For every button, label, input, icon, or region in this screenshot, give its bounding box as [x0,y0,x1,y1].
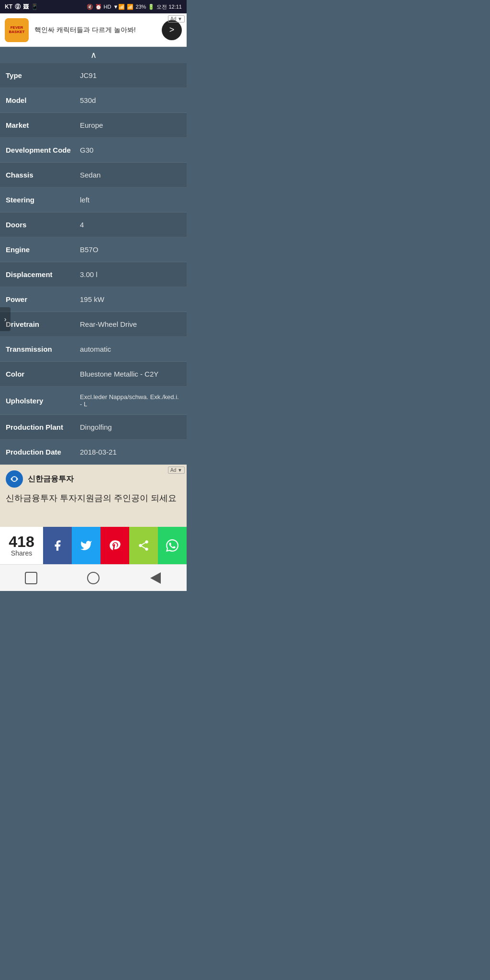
table-row: Market Europe [0,113,187,138]
phone-icon: 📱 [31,3,38,10]
time: 오전 12:11 [156,3,182,11]
value-market: Europe [80,121,181,129]
value-production-plant: Dingolfing [80,423,181,431]
label-color: Color [6,370,80,378]
wifi-icon: ▼📶 [113,4,125,10]
facebook-share-button[interactable] [43,527,72,564]
carrier-info: KT ⓖ 🖼 📱 [5,3,38,11]
nav-home-button[interactable] [77,568,110,589]
table-row: Upholstery Excl.leder Nappa/schwa. Exk./… [0,387,187,415]
label-production-plant: Production Plant [6,423,80,431]
label-upholstery: Upholstery [6,397,80,405]
table-row: Transmission automatic [0,337,187,362]
main-content: › ∧ Type JC91 Model 530d Market Europe D… [0,47,187,591]
ad-banner-1: Ad ▼ FEVERBASKET 핵인싸 캐릭터들과 다르게 놀아봐! > [0,13,187,47]
ad2-logo [6,470,23,488]
label-model: Model [6,96,80,104]
car-specs-table: Type JC91 Model 530d Market Europe Devel… [0,63,187,465]
side-nav-arrow[interactable]: › [0,307,11,331]
status-right: 🔇 ⏰ HD ▼📶 📶 23% 🔋 오전 12:11 [87,3,182,11]
pinterest-icon [109,539,121,552]
value-engine: B57O [80,245,181,254]
sharethis-icon [137,539,150,552]
value-transmission: automatic [80,345,181,353]
table-row: Power 195 kW [0,287,187,312]
home-icon [87,572,100,584]
status-bar: KT ⓖ 🖼 📱 🔇 ⏰ HD ▼📶 📶 23% 🔋 오전 12:11 [0,0,187,13]
alarm-icon: ⏰ [95,4,102,10]
value-development-code: G30 [80,146,181,154]
recent-apps-icon [25,572,37,584]
value-model: 530d [80,96,181,104]
ad-arrow-button[interactable]: > [162,20,182,40]
value-type: JC91 [80,71,181,79]
bottom-navigation [0,564,187,591]
table-row: Model 530d [0,88,187,113]
value-color: Bluestone Metallic - C2Y [80,370,181,378]
label-chassis: Chassis [6,171,80,179]
ad-text-1: 핵인싸 캐릭터들과 다르게 놀아봐! [34,26,162,34]
value-power: 195 kW [80,295,181,303]
table-row: Type JC91 [0,63,187,88]
ad2-company-name: 신한금융투자 [28,474,74,484]
table-row: Doors 4 [0,212,187,237]
label-production-date: Production Date [6,448,80,456]
nav-recent-apps-button[interactable] [14,568,48,589]
table-row: Production Plant Dingolfing [0,415,187,440]
twitter-icon [80,539,92,552]
table-row: Displacement 3.00 l [0,262,187,287]
carrier-icon: ⓖ [15,3,21,11]
label-market: Market [6,121,80,129]
whatsapp-share-button[interactable] [158,527,187,564]
label-drivetrain: Drivetrain [6,320,80,328]
table-row: Production Date 2018-03-21 [0,440,187,465]
ad-label-2[interactable]: Ad ▼ [168,467,185,474]
whatsapp-icon [166,539,178,552]
ad-banner-2: Ad ▼ 신한금융투자 신하금융투자 투자지원금의 주인공이 되세요 [0,465,187,527]
label-steering: Steering [6,196,80,204]
collapse-row[interactable]: ∧ [0,47,187,63]
battery-icon: 🔋 [148,4,155,10]
share-count-area: 418 Shares [0,527,43,564]
label-power: Power [6,295,80,303]
back-triangle [150,572,161,584]
label-type: Type [6,71,80,79]
nav-back-button[interactable] [139,568,172,589]
value-production-date: 2018-03-21 [80,448,181,456]
value-steering: left [80,196,181,204]
pinterest-share-button[interactable] [100,527,129,564]
signal-bars: 📶 [127,4,134,10]
share-bar: 418 Shares [0,527,187,564]
svg-point-1 [12,477,16,481]
value-drivetrain: Rear-Wheel Drive [80,320,181,328]
table-row: Steering left [0,188,187,212]
label-development-code: Development Code [6,146,80,154]
ad2-logo-row: 신한금융투자 [6,470,181,488]
share-buttons-row [43,527,187,564]
share-number: 418 [9,534,34,549]
value-upholstery: Excl.leder Nappa/schwa. Exk./ked.i. - L [80,393,181,408]
label-transmission: Transmission [6,345,80,353]
twitter-share-button[interactable] [72,527,100,564]
table-row: Chassis Sedan [0,163,187,188]
ad-label-1[interactable]: Ad ▼ [168,15,185,22]
hd-icon: HD [104,4,111,10]
label-doors: Doors [6,221,80,229]
ad2-promo-text: 신하금융투자 투자지원금의 주인공이 되세요 [6,492,181,504]
ad-logo-fever: FEVERBASKET [5,18,29,42]
back-icon [149,571,162,585]
label-engine: Engine [6,245,80,254]
facebook-icon [51,539,64,552]
battery-percent: 23% [135,4,146,10]
mute-icon: 🔇 [87,4,93,10]
carrier-text: KT [5,3,12,10]
value-displacement: 3.00 l [80,270,181,278]
value-doors: 4 [80,221,181,229]
chevron-up-icon: ∧ [90,50,97,60]
table-row: Color Bluestone Metallic - C2Y [0,362,187,387]
table-row: Drivetrain Rear-Wheel Drive [0,312,187,337]
gallery-icon: 🖼 [23,3,29,10]
sharethis-share-button[interactable] [129,527,158,564]
value-chassis: Sedan [80,171,181,179]
share-label: Shares [11,549,32,557]
